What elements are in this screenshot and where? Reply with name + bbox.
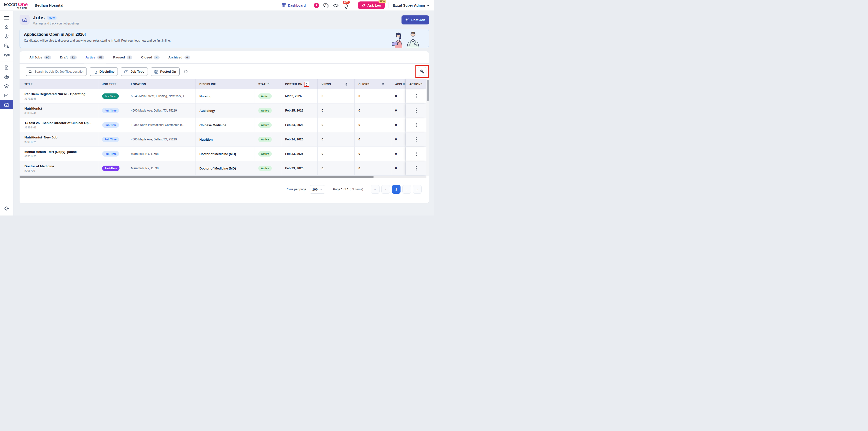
divider — [354, 2, 354, 8]
ask-leo-label: Ask Leo — [367, 3, 381, 7]
refresh-button[interactable] — [184, 69, 188, 74]
job-discipline: Doctor of Medicine (MD) — [199, 152, 236, 156]
help-button[interactable]: ? — [314, 3, 319, 8]
search-box[interactable] — [26, 67, 87, 76]
sort-icon[interactable] — [306, 83, 308, 86]
divider — [310, 2, 310, 8]
sidebar-item-home[interactable] — [0, 23, 13, 32]
post-job-button[interactable]: Post Job — [402, 16, 429, 25]
posted-on-filter-button[interactable]: Posted On — [151, 67, 180, 76]
tab-label: All Jobs — [29, 56, 42, 59]
sidebar-menu-toggle[interactable] — [0, 13, 13, 23]
sidebar-item-education[interactable] — [0, 82, 13, 91]
status-badge: Active — [258, 166, 272, 171]
document-icon — [4, 65, 9, 70]
row-actions-kebab-button[interactable] — [414, 165, 418, 172]
posted-on-date: Feb 25, 2026 — [285, 109, 303, 112]
briefcase-small-icon — [124, 69, 128, 74]
tab-label: Archived — [168, 56, 183, 59]
row-actions-kebab-button[interactable] — [414, 150, 418, 157]
sidebar-nav — [0, 11, 13, 216]
job-id: #9006741 — [25, 112, 42, 114]
sidebar-item-people[interactable] — [0, 72, 13, 82]
prev-page-button[interactable]: ‹ — [381, 185, 390, 194]
tab-paused[interactable]: Paused 1 — [113, 51, 132, 63]
discipline-filter-button[interactable]: Discipline — [90, 67, 118, 76]
views-count: 0 — [321, 167, 323, 170]
rows-per-page-select[interactable]: 100 — [310, 185, 325, 194]
column-header-location: LOCATION — [127, 79, 195, 89]
tab-closed[interactable]: Closed 4 — [141, 51, 159, 63]
sort-icon[interactable] — [382, 83, 384, 86]
beta-badge: BETA — [378, 0, 386, 3]
jobs-table: TITLE JOB TYPE LOCATION DISCIPLINE STATU… — [20, 79, 429, 178]
ask-leo-button[interactable]: Ask Leo BETA — [358, 1, 384, 9]
main-content: Jobs NEW Manage and track your job posti… — [13, 11, 434, 216]
refresh-icon — [184, 69, 188, 74]
row-actions-kebab-button[interactable] — [414, 136, 418, 143]
row-actions-kebab-button[interactable] — [414, 107, 418, 114]
vertical-scrollbar-thumb[interactable] — [427, 80, 429, 101]
chevron-down-icon — [427, 4, 430, 6]
horizontal-scrollbar-thumb[interactable] — [20, 176, 374, 178]
horizontal-scrollbar[interactable] — [20, 176, 427, 178]
tab-all-jobs[interactable]: All Jobs 90 — [29, 51, 51, 63]
table-header-row: TITLE JOB TYPE LOCATION DISCIPLINE STATU… — [20, 79, 427, 89]
annotation-box-wrench — [415, 65, 429, 78]
job-type-badge: Full-Time — [102, 151, 119, 156]
table-row[interactable]: Doctor of Medicine #908790 Part-Time Mar… — [20, 161, 427, 176]
tab-archived[interactable]: Archived 0 — [168, 51, 190, 63]
table-row[interactable]: Mental Health - MH (Copy)_pause #6531425… — [20, 147, 427, 161]
table-row[interactable]: Nutritionist_New Job #9081074 Full-Time … — [20, 132, 427, 147]
gear-icon — [4, 206, 9, 211]
clicks-count: 0 — [359, 167, 360, 170]
tab-draft[interactable]: Draft 32 — [60, 51, 76, 63]
posted-on-header-label: POSTED ON — [285, 83, 302, 86]
dashboard-link[interactable]: Dashboard — [282, 3, 306, 7]
table-settings-button[interactable] — [417, 67, 427, 76]
feedback-button[interactable]: ? — [323, 2, 329, 8]
job-location: 12345 North International Commerce B... — [131, 123, 185, 127]
sidebar-item-documents[interactable] — [0, 63, 13, 72]
clicks-count: 0 — [359, 94, 360, 98]
job-location: Marathalli, NY, 11598 — [131, 167, 159, 170]
job-id: #1792986 — [25, 97, 89, 100]
sidebar-item-clinical[interactable] — [0, 41, 13, 50]
banner-title: Applications Open in April 2026! — [24, 32, 380, 37]
next-page-button[interactable]: › — [402, 185, 411, 194]
user-menu[interactable]: Exxat Super Admin — [393, 3, 430, 7]
last-page-button[interactable]: » — [413, 185, 422, 194]
table-row[interactable]: Per Diem Registered Nurse - Operating ..… — [20, 89, 427, 104]
sidebar-item-locations[interactable] — [0, 32, 13, 41]
announcements-button[interactable] — [333, 2, 339, 8]
views-count: 0 — [321, 109, 323, 112]
first-page-button[interactable]: « — [371, 185, 379, 194]
search-input[interactable] — [34, 70, 84, 74]
column-header-job-type: JOB TYPE — [98, 79, 127, 89]
row-actions-kebab-button[interactable] — [414, 121, 418, 129]
job-type-badge: Part-Time — [102, 166, 120, 171]
divider — [31, 2, 31, 8]
column-header-posted-on[interactable]: POSTED ON — [281, 79, 318, 89]
jobs-panel: All Jobs 90 Draft 32 Active 53 Paused 1 … — [20, 51, 429, 203]
column-header-views[interactable]: VIEWS — [318, 79, 354, 89]
tab-active[interactable]: Active 53 — [86, 51, 104, 63]
page-1-button[interactable]: 1 — [392, 185, 401, 194]
sidebar-item-jobs[interactable] — [0, 100, 13, 109]
table-row[interactable]: Nutritionist #9006741 Full-Time 4500 Map… — [20, 104, 427, 118]
sidebar-item-analytics[interactable] — [0, 91, 13, 100]
vertical-scrollbar[interactable] — [427, 79, 429, 176]
tab-label: Paused — [113, 56, 125, 59]
views-count: 0 — [321, 123, 323, 127]
sidebar-item-partnerships[interactable] — [0, 50, 13, 60]
column-header-applied: APPLIED — [391, 79, 406, 89]
column-header-clicks[interactable]: CLICKS — [354, 79, 391, 89]
job-type-filter-button[interactable]: Job Type — [121, 67, 148, 76]
table-row[interactable]: TJ test 25 - Senior Director of Clinical… — [20, 118, 427, 132]
whats-new-button[interactable]: 623 — [343, 1, 350, 9]
sort-icon[interactable] — [345, 83, 347, 86]
exxat-one-logo[interactable]: ExxatOne FOR SITES — [4, 2, 28, 9]
row-actions-kebab-button[interactable] — [414, 92, 418, 100]
table-body: Per Diem Registered Nurse - Operating ..… — [20, 89, 427, 176]
sidebar-item-settings[interactable] — [0, 204, 13, 213]
